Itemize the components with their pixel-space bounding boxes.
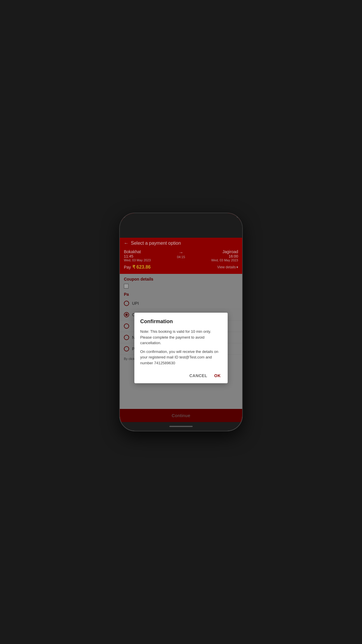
- status-bar: 6:10 ⊠ ▾▾ ▲ ▮▮: [120, 213, 242, 221]
- arrival-time: 16:00: [185, 254, 238, 258]
- view-details-button[interactable]: View details ▾: [217, 265, 238, 269]
- destination-city: Jagiroad: [185, 249, 238, 254]
- home-indicator-area: [120, 422, 242, 431]
- back-arrow-icon[interactable]: ←: [124, 241, 129, 246]
- dialog-body-2: On confirmation, you will receive the de…: [140, 349, 222, 366]
- origin-city: Bokakhat: [124, 249, 177, 254]
- pay-label: Pay: [124, 265, 131, 270]
- journey-info: Bokakhat 11:45 Wed, 03 May 2023 → 04:15 …: [124, 249, 238, 262]
- pay-row: Pay ₹ 623.86 View details ▾: [124, 264, 238, 270]
- journey-arrow: → 04:15: [177, 249, 185, 259]
- journey-duration: 04:15: [177, 255, 185, 259]
- home-bar: [169, 426, 193, 427]
- page-title: Select a payment option: [131, 241, 181, 246]
- dialog-body-1: Note: This booking is valid for 10 min o…: [140, 329, 222, 346]
- departure-time: 11:45: [124, 254, 177, 258]
- pay-amount: ₹ 623.86: [132, 265, 151, 270]
- status-icons: ▾▾ ▲ ▮▮: [225, 215, 238, 219]
- ok-button[interactable]: OK: [213, 372, 222, 380]
- signal-icon: ▲: [230, 216, 233, 219]
- destination-date: Wed, 03 May 2023: [185, 258, 238, 262]
- wifi-icon: ▾▾: [225, 215, 229, 219]
- destination-section: Jagiroad 16:00 Wed, 03 May 2023: [185, 249, 238, 262]
- cancel-button[interactable]: CANCEL: [188, 372, 208, 380]
- origin-section: Bokakhat 11:45 Wed, 03 May 2023: [124, 249, 177, 262]
- origin-date: Wed, 03 May 2023: [124, 258, 177, 262]
- mail-icon: ⊠: [131, 215, 134, 219]
- phone-screen: ← Select a payment option Bokakhat 11:45…: [120, 238, 242, 431]
- phone-shell: 6:10 ⊠ ▾▾ ▲ ▮▮ ← Select a payment option…: [120, 213, 242, 431]
- status-time: 6:10 ⊠: [124, 215, 134, 219]
- header-title-row: ← Select a payment option: [124, 241, 238, 246]
- time-display: 6:10: [124, 216, 130, 219]
- pay-label-group: Pay ₹ 623.86: [124, 264, 151, 270]
- modal-overlay: Confirmation Note: This booking is valid…: [120, 274, 242, 422]
- app-header: ← Select a payment option Bokakhat 11:45…: [120, 238, 242, 274]
- chevron-down-icon: ▾: [236, 265, 238, 269]
- dialog-title: Confirmation: [140, 318, 222, 325]
- dialog-buttons: CANCEL OK: [140, 370, 222, 380]
- arrow-icon: →: [179, 250, 183, 255]
- main-content: Coupon details Pa UPI Credit/Debit Card: [120, 274, 242, 422]
- confirmation-dialog: Confirmation Note: This booking is valid…: [134, 313, 228, 383]
- battery-icon: ▮▮: [235, 216, 238, 219]
- view-details-label: View details: [217, 265, 236, 269]
